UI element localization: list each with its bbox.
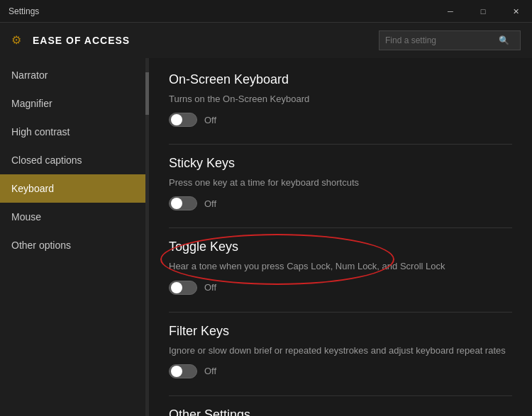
sticky-keys-section: Sticky Keys Press one key at a time for … [169,156,512,210]
on-screen-keyboard-desc: Turns on the On-Screen Keyboard [169,93,512,106]
titlebar: Settings ─ □ ✕ [0,0,532,23]
sidebar: Narrator Magnifier High contrast Closed … [0,58,145,416]
on-screen-keyboard-section: On-Screen Keyboard Turns on the On-Scree… [169,72,512,127]
divider-1 [169,144,512,145]
search-box[interactable]: 🔍 [379,30,521,50]
app-header: ⚙ EASE OF ACCESS 🔍 [0,23,532,58]
minimize-button[interactable]: ─ [434,0,467,23]
filter-keys-section: Filter Keys Ignore or slow down brief or… [169,324,512,378]
divider-2 [169,227,512,228]
toggle-keys-toggle-label: Off [204,282,216,293]
other-settings-title: Other Settings [169,407,512,416]
toggle-keys-title: Toggle Keys [169,240,512,254]
on-screen-keyboard-toggle[interactable] [169,113,197,127]
titlebar-controls: ─ □ ✕ [434,0,532,22]
app-body: Narrator Magnifier High contrast Closed … [0,58,532,416]
filter-keys-toggle-row: Off [169,364,512,378]
on-screen-keyboard-toggle-label: Off [204,115,216,125]
search-input[interactable] [385,35,499,45]
filter-keys-toggle-label: Off [204,366,216,376]
close-button[interactable]: ✕ [499,0,532,23]
other-settings-section: Other Settings Enable shortcut underline… [169,407,512,416]
toggle-keys-section: Toggle Keys Hear a tone when you press C… [169,240,512,294]
sidebar-item-narrator[interactable]: Narrator [0,61,145,89]
toggle-keys-toggle-row: Off [169,281,512,295]
app-container: ⚙ EASE OF ACCESS 🔍 Narrator Magnifier Hi… [0,23,532,416]
sidebar-item-high-contrast[interactable]: High contrast [0,118,145,146]
sidebar-item-closed-captions[interactable]: Closed captions [0,146,145,174]
sticky-keys-toggle-label: Off [204,198,216,209]
divider-3 [169,312,512,313]
filter-keys-toggle[interactable] [169,364,197,378]
app-title: EASE OF ACCESS [33,35,130,46]
toggle-keys-desc: Hear a tone when you press Caps Lock, Nu… [169,260,512,273]
sidebar-item-other-options[interactable]: Other options [0,231,145,259]
maximize-button[interactable]: □ [467,0,499,23]
header-left: ⚙ EASE OF ACCESS [11,33,130,47]
toggle-keys-toggle[interactable] [169,281,197,295]
on-screen-keyboard-toggle-row: Off [169,113,512,127]
sidebar-item-keyboard[interactable]: Keyboard [0,174,145,203]
main-content: On-Screen Keyboard Turns on the On-Scree… [149,58,532,416]
sidebar-item-mouse[interactable]: Mouse [0,203,145,231]
filter-keys-desc: Ignore or slow down brief or repeated ke… [169,344,512,357]
sticky-keys-desc: Press one key at a time for keyboard sho… [169,176,512,189]
divider-4 [169,395,512,396]
titlebar-title: Settings [9,6,39,16]
sticky-keys-toggle[interactable] [169,196,197,210]
sidebar-item-magnifier[interactable]: Magnifier [0,89,145,118]
sticky-keys-title: Sticky Keys [169,156,512,171]
sticky-keys-toggle-row: Off [169,196,512,210]
search-icon: 🔍 [499,35,509,45]
gear-icon: ⚙ [11,33,26,47]
filter-keys-title: Filter Keys [169,324,512,339]
on-screen-keyboard-title: On-Screen Keyboard [169,72,512,87]
